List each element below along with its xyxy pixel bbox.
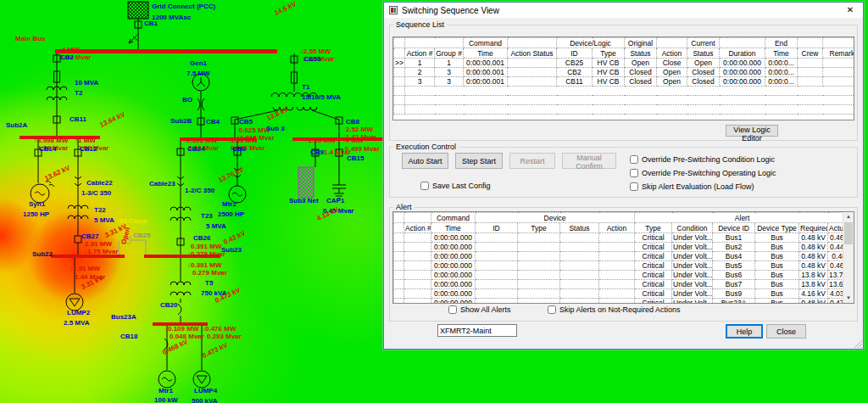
- close-icon[interactable]: ✕: [837, 3, 863, 18]
- diagram-label: 2.52 MW: [346, 126, 373, 133]
- diagram-label: 1-3/C 350: [81, 190, 111, 197]
- show-all-alerts-checkbox[interactable]: Show All Alerts: [448, 305, 511, 314]
- cell: Bus: [755, 280, 799, 289]
- cell: 0:00:00.000: [720, 59, 765, 68]
- cell: Critical: [635, 299, 672, 304]
- table-row[interactable]: 0:00:00.000CriticalUnder Volt...Bus4Bus0…: [394, 252, 844, 261]
- cell: CB2: [557, 68, 593, 77]
- restart-button[interactable]: Restart: [509, 153, 555, 169]
- cell: 4.16 kV: [799, 289, 828, 299]
- column-header: Action: [657, 48, 687, 59]
- diagram-label: 0.391 MW: [191, 243, 221, 250]
- diagram-label: T1: [302, 84, 309, 91]
- diagram-label: T5: [205, 280, 213, 287]
- diagram-label: Sub23: [221, 247, 242, 254]
- save-last-config-checkbox[interactable]: Save Last Config: [420, 182, 491, 190]
- sequence-table-container[interactable]: CommandDevice/LogicOriginalCurrentEndAct…: [392, 36, 854, 120]
- diagram-label: CB27: [81, 233, 98, 240]
- cell: 0.48: [828, 252, 843, 261]
- diagram-label: 0.499 Mvar: [345, 146, 380, 153]
- cell: Under Volt...: [672, 233, 713, 243]
- table-row[interactable]: 0:00:00.000CriticalUnder Volt...Bus23ABu…: [394, 299, 844, 304]
- alert-scrollbar[interactable]: ▲ ▼: [843, 212, 854, 303]
- cell: Bus: [755, 289, 799, 299]
- column-header: Required: [799, 223, 828, 233]
- utility-grid-symbol[interactable]: [128, 2, 148, 19]
- diagram-label: 0.025 MW: [239, 127, 270, 134]
- skip-alerts-box[interactable]: [548, 305, 556, 314]
- table-row[interactable]: 230:00:00.001CB2HV CBClosedOpenClosed0:0…: [394, 68, 855, 77]
- breaker-cb27[interactable]: [75, 236, 81, 243]
- table-row[interactable]: 0:00:00.000CriticalUnder Volt...Bus9Bus4…: [394, 289, 844, 299]
- cell: [404, 271, 431, 280]
- config-name-input[interactable]: [437, 324, 517, 337]
- step-start-button[interactable]: Step Start: [455, 153, 503, 169]
- show-all-alerts-box[interactable]: [448, 305, 457, 314]
- skip-alerts-checkbox[interactable]: Skip Alerts on Not-Required Actions: [548, 305, 681, 314]
- column-header: Time: [765, 48, 798, 59]
- cell: Open: [625, 59, 657, 68]
- cell: Under Volt...: [672, 289, 713, 299]
- cell: 0:00:00.000: [431, 252, 476, 261]
- cell: Under Volt...: [672, 261, 713, 271]
- override-operating-box[interactable]: [630, 169, 638, 177]
- help-button[interactable]: Help: [726, 324, 763, 339]
- cell: Bus5: [713, 261, 755, 271]
- override-condition-logic-checkbox[interactable]: Override Pre-Switching Condition Logic: [630, 155, 775, 164]
- load-lump4-icon[interactable]: [193, 371, 210, 388]
- active-row-marker[interactable]: >>: [394, 59, 405, 68]
- network-sub3net-icon[interactable]: [298, 167, 314, 198]
- cell: [518, 261, 560, 271]
- cell: Under Volt...: [672, 243, 713, 252]
- cell: 0:00:0...: [765, 59, 798, 68]
- cell: 0.48 kV: [799, 299, 828, 304]
- diagram-label: 15/10/5 MVA: [302, 94, 341, 101]
- app-icon: [389, 6, 398, 14]
- auto-start-button[interactable]: Auto Start: [402, 153, 448, 169]
- alert-table[interactable]: CommandDeviceAlertAction #TimeIDTypeStat…: [393, 212, 843, 303]
- breaker-cb20-icon[interactable]: [178, 299, 181, 322]
- diagram-label: 5 MVA: [94, 217, 114, 224]
- grid-table[interactable]: CommandDevice/LogicOriginalCurrentEndAct…: [393, 37, 854, 115]
- override-condition-box[interactable]: [630, 155, 638, 164]
- view-logic-editor-button[interactable]: View Logic Editor: [726, 125, 778, 137]
- table-row[interactable]: 0:00:00.000CriticalUnder Volt...Bus1Bus0…: [394, 233, 844, 243]
- diagram-label: ↓2.55 MW: [300, 48, 331, 55]
- cell: CB25: [557, 59, 593, 68]
- table-row[interactable]: 0:00:00.000CriticalUnder Volt...Bus5Bus0…: [394, 261, 844, 271]
- grid-table[interactable]: CommandDeviceAlertAction #TimeIDTypeStat…: [393, 212, 843, 303]
- override-operating-logic-checkbox[interactable]: Override Pre-Switching Operating Logic: [630, 169, 776, 177]
- cell: [560, 280, 599, 289]
- save-last-config-box[interactable]: [420, 182, 429, 190]
- cell: 0.48 kV: [799, 243, 828, 252]
- table-row[interactable]: >>110:00:00.001CB25HV CBOpenCloseOpen0:0…: [394, 59, 855, 68]
- cell: 0.48 kV: [799, 252, 828, 261]
- load-lump2-icon[interactable]: [66, 294, 83, 311]
- resize-grip[interactable]: [854, 340, 862, 348]
- cell: Closed: [625, 77, 657, 87]
- table-row[interactable]: 0:00:00.000CriticalUnder Volt...Bus2Bus0…: [394, 243, 844, 252]
- skip-alert-evaluation-checkbox[interactable]: Skip Alert Evaluation (Load Flow): [630, 182, 754, 191]
- titlebar[interactable]: Switching Sequence View ✕: [384, 3, 863, 18]
- table-row[interactable]: 0:00:00.000CriticalUnder Volt...Bus7Bus1…: [394, 280, 844, 289]
- cell: 0:00:00.000: [720, 77, 765, 87]
- scroll-down-icon[interactable]: ▼: [843, 294, 854, 303]
- skip-alert-eval-box[interactable]: [630, 182, 638, 191]
- cell: Bus7: [713, 280, 755, 289]
- table-row[interactable]: 0:00:00.000CriticalUnder Volt...Bus6Bus1…: [394, 271, 844, 280]
- diagram-label: 2500 HP: [218, 211, 244, 218]
- scroll-up-icon[interactable]: ▲: [843, 212, 854, 221]
- cell: [476, 271, 518, 280]
- table-row[interactable]: 330:00:00.001CB11HV CBClosedOpenClosed0:…: [394, 77, 855, 87]
- transformer-t5-icon[interactable]: [170, 282, 191, 285]
- diagram-label: CB5: [239, 119, 253, 126]
- scroll-thumb[interactable]: [844, 222, 853, 244]
- manual-confirm-button[interactable]: Manual Confirm: [562, 153, 616, 169]
- diagram-label: ↑1 MW: [75, 137, 96, 144]
- column-header: Status: [625, 48, 657, 59]
- cell: 1: [405, 59, 435, 68]
- alert-table-container[interactable]: CommandDeviceAlertAction #TimeIDTypeStat…: [392, 211, 854, 304]
- cell: [508, 59, 557, 68]
- close-button[interactable]: Close: [766, 324, 806, 339]
- diagram-label: T23: [201, 213, 213, 220]
